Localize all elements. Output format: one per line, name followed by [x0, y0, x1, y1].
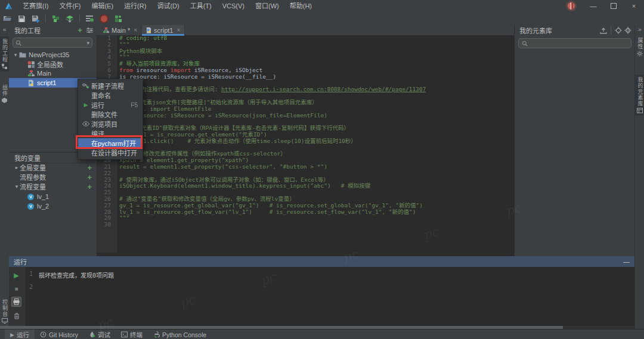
- line-number: 22: [97, 170, 116, 177]
- add-flow-button[interactable]: +: [75, 26, 85, 35]
- code-line[interactable]: 3 Python模块脚本: [97, 48, 514, 55]
- editor-tab-main[interactable]: Main * ×: [99, 25, 142, 35]
- app-window: 艺赛旗(I)文件(F)编辑(E)运行(R)调试(D)工具(T)VCS(V)窗口(…: [0, 0, 644, 339]
- component-box-icon: [2, 98, 7, 103]
- statusbar-tab-terminal[interactable]: 终端: [116, 329, 148, 339]
- menu-bar-item[interactable]: 帮助(H): [284, 0, 317, 12]
- statusbar-tab-debug[interactable]: 调试: [83, 329, 116, 339]
- record-button[interactable]: [97, 13, 111, 24]
- menu-bar-item[interactable]: 运行(R): [119, 0, 151, 12]
- add-flow-var-button[interactable]: +: [87, 183, 92, 191]
- sidebar-tab-my-project[interactable]: 我的工程: [0, 36, 9, 71]
- restore-button[interactable]: [603, 0, 624, 12]
- statusbar-tab-git-history[interactable]: Git History: [35, 329, 83, 339]
- code-line[interactable]: 28 lv_1 = is_resource.get_flow_var("lv_1…: [97, 209, 514, 216]
- element-library-icon: [637, 108, 643, 113]
- save-button[interactable]: [14, 13, 29, 24]
- minimize-panel-button[interactable]: —: [623, 258, 630, 265]
- components-button[interactable]: [48, 13, 63, 24]
- sidebar-tab-element-library[interactable]: 我的元素库: [635, 74, 644, 116]
- menu-bar-item[interactable]: 窗口(W): [250, 0, 284, 12]
- clear-output-button[interactable]: [11, 311, 21, 321]
- code-line[interactable]: 9 """以下为注释代码，查看更多请访问: http://support.i-s…: [97, 86, 514, 93]
- tree-item-main-flow[interactable]: Main: [9, 69, 97, 78]
- code-line[interactable]: 21 result = element1.set_property("css-s…: [97, 164, 514, 170]
- minimize-button[interactable]: —: [583, 0, 603, 12]
- tree-item-project-root[interactable]: ▾ NewProject35: [9, 50, 97, 60]
- menu-item-new-subflow[interactable]: 新建子流程: [78, 81, 143, 91]
- menu-bar-item[interactable]: 文件(F): [54, 0, 86, 12]
- left-activity-strip: « 我的工程 组件 控制台: [0, 25, 10, 339]
- add-param-button[interactable]: +: [87, 173, 92, 181]
- code-editor[interactable]: 1 # coding: utf8 2 """ 3 Python模块脚本 4 ""…: [97, 35, 514, 253]
- sliders-icon: [86, 27, 93, 33]
- collapse-sidebar-button[interactable]: «: [0, 25, 9, 33]
- web-capture-button[interactable]: [623, 26, 633, 35]
- var-group-params[interactable]: 流程参数 +: [9, 172, 97, 182]
- editor-tab-script1[interactable]: script1 ×: [142, 25, 185, 35]
- deploy-package-button[interactable]: [63, 13, 77, 24]
- close-button[interactable]: ×: [624, 0, 644, 12]
- code-line[interactable]: 17 element1.click() # 元素对象点击动作（使用time.sl…: [97, 138, 514, 145]
- menu-bar-item[interactable]: VCS(V): [217, 0, 250, 12]
- element-search-input[interactable]: [518, 38, 631, 48]
- chevron-down-icon[interactable]: ▾: [86, 40, 89, 46]
- sidebar-tab-properties[interactable]: 属性: [635, 35, 644, 59]
- line-code: [116, 222, 119, 228]
- import-elements-button[interactable]: [599, 26, 608, 35]
- menu-item-run[interactable]: ▶ 运行 F5: [78, 100, 143, 110]
- rerun-button[interactable]: ▶: [11, 270, 21, 281]
- var-item-lv2[interactable]: V lv_2: [9, 201, 97, 211]
- variables-panel: 我的变量 ▸ 全局变量 + 流程参数 + ▾ 流程变量 + V lv_1 V l…: [9, 152, 97, 257]
- var-item-lv1[interactable]: V lv_1: [9, 192, 97, 201]
- right-activity-strip: » 属性 我的元素库: [634, 25, 644, 339]
- code-line[interactable]: 24 iSObject.Keyboard(element1.window_tit…: [97, 183, 514, 189]
- code-line[interactable]: 13 # is_resource: iSResource = iSResourc…: [97, 113, 514, 119]
- menu-item-delete-file[interactable]: 删除文件: [78, 110, 143, 119]
- save-as-button[interactable]: [29, 13, 43, 24]
- tree-item-global-functions[interactable]: 全局函数: [9, 60, 97, 69]
- sidebar-tab-components[interactable]: 组件: [0, 82, 9, 105]
- project-panel-title: 我的工程: [14, 26, 41, 35]
- menu-bar-item[interactable]: 调试(D): [151, 0, 184, 12]
- chevron-expanded-icon[interactable]: ▾: [14, 184, 20, 189]
- print-output-button[interactable]: [11, 297, 21, 307]
- menu-item-rename[interactable]: 重命名: [78, 91, 143, 100]
- menu-item-browse-project[interactable]: 浏览项目: [78, 119, 143, 129]
- package-layers-icon: [66, 15, 74, 23]
- sidebar-tab-console[interactable]: 控制台: [0, 297, 9, 326]
- project-search-input[interactable]: ▾: [13, 38, 92, 48]
- statusbar-tab-run[interactable]: ▶ 运行: [5, 329, 35, 339]
- chevron-right-icon[interactable]: ▸: [14, 164, 20, 170]
- add-global-var-button[interactable]: +: [87, 164, 92, 172]
- run-config-button[interactable]: [82, 13, 97, 24]
- code-line[interactable]: 7 is_resource: iSResource = iSResource(_…: [97, 74, 514, 80]
- close-tab-icon[interactable]: ×: [177, 27, 180, 33]
- variable-icon: V: [27, 194, 34, 200]
- stop-button[interactable]: ■: [11, 284, 21, 294]
- menu-bar-item[interactable]: 工具(T): [185, 0, 217, 12]
- chevron-expanded-icon[interactable]: ▾: [13, 52, 18, 58]
- statusbar-tab-python-console[interactable]: Python Console: [148, 329, 212, 339]
- green-blocks-plus-icon: [114, 15, 122, 23]
- close-tab-icon[interactable]: ×: [134, 27, 137, 33]
- expand-sidebar-button[interactable]: »: [635, 25, 644, 33]
- menu-bar-item[interactable]: 编辑(E): [86, 0, 119, 12]
- run-list-icon: [85, 15, 94, 22]
- code-line[interactable]: 30: [97, 222, 514, 228]
- notification-gift-icon[interactable]: [568, 2, 575, 10]
- line-number: 6: [97, 67, 116, 74]
- code-line[interactable]: 1 # coding: utf8: [97, 35, 514, 42]
- menu-item-open-in-designer[interactable]: 在设计器中打开: [78, 148, 143, 157]
- target-crosshair-icon: [615, 27, 622, 34]
- var-group-global[interactable]: ▸ 全局变量 +: [9, 163, 97, 172]
- capture-element-button[interactable]: [614, 26, 623, 35]
- run-panel-header[interactable]: 运行 —: [9, 256, 634, 267]
- open-project-button[interactable]: [0, 13, 14, 24]
- component-store-button[interactable]: [111, 13, 125, 24]
- code-line[interactable]: 29 """: [97, 215, 514, 222]
- console-monitor-icon: [2, 318, 8, 324]
- menu-bar-item[interactable]: 艺赛旗(I): [17, 0, 54, 12]
- var-group-flow[interactable]: ▾ 流程变量 +: [9, 182, 97, 191]
- view-options-button[interactable]: [85, 26, 94, 35]
